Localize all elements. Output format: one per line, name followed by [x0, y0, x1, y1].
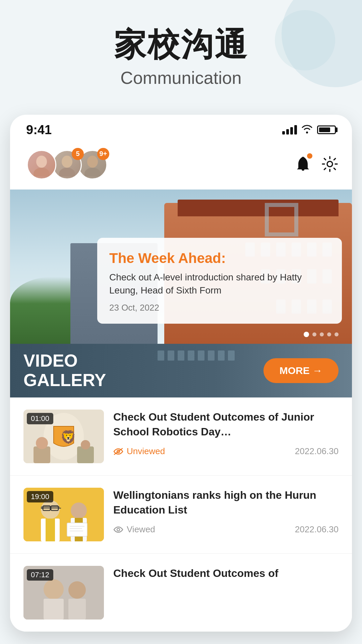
video-meta-2: Viewed 2022.06.30 — [113, 524, 339, 535]
video-info-3: Check Out Student Outcomes of — [113, 566, 339, 588]
video-title-2: Wellingtonians ranks high on the Hurun E… — [113, 488, 339, 518]
gallery-title-line1: VIDEO — [23, 351, 106, 370]
hero-card-desc: Check out A-level introduction shared by… — [109, 271, 330, 297]
phone-mockup: 9:41 — [10, 115, 352, 632]
video-thumb-3[interactable]: 07:12 — [23, 566, 104, 620]
eye-closed-icon — [113, 448, 123, 455]
gallery-title-line2: GALLERY — [23, 371, 106, 390]
dot-2[interactable] — [320, 332, 324, 336]
svg-rect-21 — [41, 508, 44, 508]
video-duration-3: 07:12 — [27, 569, 53, 581]
more-button-label: MORE → — [280, 365, 322, 376]
svg-point-0 — [36, 156, 47, 168]
video-gallery-header: VIDEO GALLERY MORE → — [10, 344, 352, 397]
svg-text:🦁: 🦁 — [60, 429, 76, 445]
video-status-2: Viewed — [113, 524, 155, 535]
video-item-2[interactable]: 19:00 Wellingtonians ranks high on the H… — [10, 476, 352, 554]
title-english: Communication — [0, 68, 362, 88]
avatar-bar: 5 9+ — [10, 141, 352, 190]
video-list: 🦁 01:00 Check Out Student Outcomes of Ju… — [10, 397, 352, 632]
video-item-3[interactable]: 07:12 Check Out Student Outcomes of — [10, 554, 352, 632]
header-actions — [294, 155, 339, 175]
video-thumb-2[interactable]: 19:00 — [23, 488, 104, 541]
svg-point-5 — [84, 168, 101, 176]
bell-button[interactable] — [294, 155, 312, 175]
svg-rect-37 — [68, 599, 86, 620]
svg-point-3 — [59, 168, 75, 176]
svg-point-4 — [87, 156, 98, 168]
dot-0[interactable] — [304, 332, 309, 337]
gear-icon — [321, 155, 339, 173]
dot-4[interactable] — [335, 332, 339, 336]
video-date-2: 2022.06.30 — [295, 524, 339, 535]
svg-point-2 — [62, 156, 72, 168]
gear-button[interactable] — [321, 155, 339, 174]
avatar-group[interactable]: 5 9+ — [23, 147, 117, 183]
svg-point-36 — [68, 581, 86, 599]
video-duration-1: 01:00 — [27, 413, 53, 424]
svg-point-13 — [81, 440, 90, 449]
dot-1[interactable] — [312, 332, 316, 336]
video-item-1[interactable]: 🦁 01:00 Check Out Student Outcomes of Ju… — [10, 397, 352, 476]
wifi-icon — [301, 124, 313, 136]
svg-point-25 — [71, 502, 87, 519]
gallery-title: VIDEO GALLERY — [10, 351, 120, 389]
more-button[interactable]: MORE → — [263, 358, 339, 383]
hero-card-date: 23 Oct, 2022 — [109, 303, 330, 313]
svg-point-1 — [34, 168, 50, 176]
svg-rect-35 — [44, 599, 64, 620]
video-status-1: Unviewed — [113, 446, 165, 457]
video-title-1: Check Out Student Outcomes of Junior Sch… — [113, 410, 339, 440]
video-title-3: Check Out Student Outcomes of — [113, 566, 339, 581]
status-time: 9:41 — [26, 123, 52, 137]
video-duration-2: 19:00 — [27, 491, 53, 502]
video-meta-1: Unviewed 2022.06.30 — [113, 446, 339, 457]
video-status-label-2: Viewed — [127, 524, 155, 535]
video-date-1: 2022.06.30 — [295, 446, 339, 457]
bell-notification-dot — [307, 153, 312, 159]
hero-banner[interactable]: The Week Ahead: Check out A-level introd… — [10, 190, 352, 344]
header-section: 家校沟通 Communication — [0, 0, 362, 101]
avatar-1[interactable] — [27, 150, 56, 179]
svg-point-34 — [44, 579, 64, 599]
video-info-1: Check Out Student Outcomes of Junior Sch… — [113, 410, 339, 457]
video-thumb-1[interactable]: 🦁 01:00 — [23, 410, 104, 463]
battery-icon — [317, 125, 336, 134]
hero-carousel-dots — [304, 332, 339, 337]
svg-point-6 — [327, 161, 333, 167]
eye-open-icon — [113, 526, 123, 533]
signal-icon — [282, 125, 297, 135]
svg-rect-22 — [58, 508, 61, 508]
hero-card: The Week Ahead: Check out A-level introd… — [97, 238, 342, 324]
svg-rect-24 — [46, 519, 55, 541]
video-status-label-1: Unviewed — [127, 446, 165, 457]
status-icons — [282, 124, 336, 136]
badge-9plus: 9+ — [97, 148, 109, 160]
building-round-window — [265, 203, 298, 236]
svg-point-32 — [117, 528, 120, 531]
title-chinese: 家校沟通 — [0, 27, 362, 62]
building-roof — [178, 200, 339, 216]
svg-rect-28 — [67, 523, 87, 536]
badge-5: 5 — [72, 148, 84, 160]
status-bar: 9:41 — [10, 115, 352, 141]
video-info-2: Wellingtonians ranks high on the Hurun E… — [113, 488, 339, 535]
dot-3[interactable] — [327, 332, 331, 336]
hero-card-title: The Week Ahead: — [109, 250, 330, 267]
svg-point-12 — [36, 437, 48, 449]
avatar-2[interactable]: 5 — [52, 150, 82, 179]
